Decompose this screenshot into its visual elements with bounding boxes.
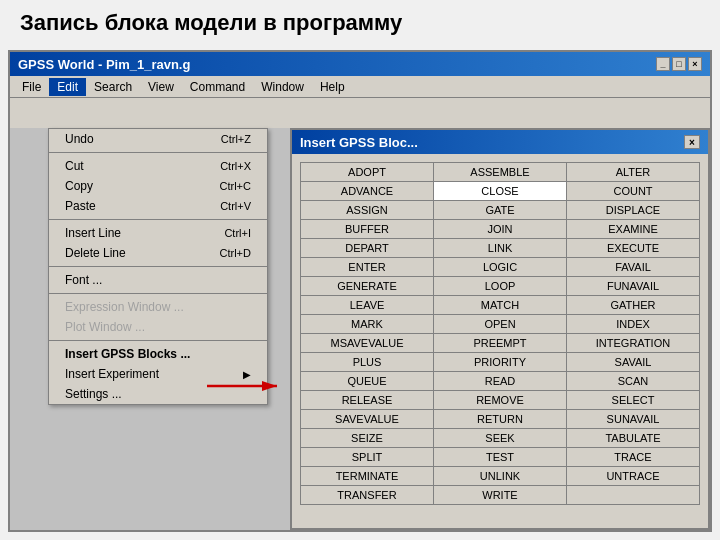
menu-item-copy[interactable]: Copy Ctrl+C bbox=[49, 176, 267, 196]
gpss-block-scan[interactable]: SCAN bbox=[567, 372, 699, 390]
gpss-block-release[interactable]: RELEASE bbox=[301, 391, 433, 409]
gpss-block-alter[interactable]: ALTER bbox=[567, 163, 699, 181]
gpss-block-leave[interactable]: LEAVE bbox=[301, 296, 433, 314]
gpss-block-seize[interactable]: SEIZE bbox=[301, 429, 433, 447]
main-window: GPSS World - Pim_1_ravn.g _ □ × File Edi… bbox=[8, 50, 712, 532]
gpss-block-favail[interactable]: FAVAIL bbox=[567, 258, 699, 276]
gpss-block-gather[interactable]: GATHER bbox=[567, 296, 699, 314]
gpss-block-preempt[interactable]: PREEMPT bbox=[434, 334, 566, 352]
gpss-block-loop[interactable]: LOOP bbox=[434, 277, 566, 295]
arrow-annotation bbox=[205, 376, 285, 396]
gpss-block-untrace[interactable]: UNTRACE bbox=[567, 467, 699, 485]
gpss-block-read[interactable]: READ bbox=[434, 372, 566, 390]
dialog-content: ADOPT ASSEMBLE ALTER ADVANCE CLOSE COUNT… bbox=[292, 154, 708, 513]
gpss-block-empty bbox=[567, 486, 699, 504]
menu-file[interactable]: File bbox=[14, 78, 49, 96]
gpss-block-adopt[interactable]: ADOPT bbox=[301, 163, 433, 181]
gpss-block-savevalue[interactable]: SAVEVALUE bbox=[301, 410, 433, 428]
gpss-block-assign[interactable]: ASSIGN bbox=[301, 201, 433, 219]
gpss-block-terminate[interactable]: TERMINATE bbox=[301, 467, 433, 485]
gpss-blocks-grid: ADOPT ASSEMBLE ALTER ADVANCE CLOSE COUNT… bbox=[300, 162, 700, 505]
separator-1 bbox=[49, 152, 267, 153]
menu-item-expression-window: Expression Window ... bbox=[49, 297, 267, 317]
menu-item-delete-line[interactable]: Delete Line Ctrl+D bbox=[49, 243, 267, 263]
gpss-block-remove[interactable]: REMOVE bbox=[434, 391, 566, 409]
menu-item-plot-window: Plot Window ... bbox=[49, 317, 267, 337]
gpss-block-trace[interactable]: TRACE bbox=[567, 448, 699, 466]
title-bar-controls: _ □ × bbox=[656, 57, 702, 71]
gpss-block-generate[interactable]: GENERATE bbox=[301, 277, 433, 295]
close-button[interactable]: × bbox=[688, 57, 702, 71]
menu-command[interactable]: Command bbox=[182, 78, 253, 96]
gpss-block-displace[interactable]: DISPLACE bbox=[567, 201, 699, 219]
gpss-block-priority[interactable]: PRIORITY bbox=[434, 353, 566, 371]
gpss-block-msavevalue[interactable]: MSAVEVALUE bbox=[301, 334, 433, 352]
separator-2 bbox=[49, 219, 267, 220]
gpss-block-index[interactable]: INDEX bbox=[567, 315, 699, 333]
gpss-block-savail[interactable]: SAVAIL bbox=[567, 353, 699, 371]
content-area: Undo Ctrl+Z Cut Ctrl+X Copy Ctrl+C Paste… bbox=[10, 128, 710, 530]
gpss-block-transfer[interactable]: TRANSFER bbox=[301, 486, 433, 504]
gpss-block-close[interactable]: CLOSE bbox=[434, 182, 566, 200]
menu-item-font[interactable]: Font ... bbox=[49, 270, 267, 290]
gpss-block-plus[interactable]: PLUS bbox=[301, 353, 433, 371]
separator-3 bbox=[49, 266, 267, 267]
separator-4 bbox=[49, 293, 267, 294]
gpss-block-write[interactable]: WRITE bbox=[434, 486, 566, 504]
menu-view[interactable]: View bbox=[140, 78, 182, 96]
gpss-block-integration[interactable]: INTEGRATION bbox=[567, 334, 699, 352]
gpss-block-seek[interactable]: SEEK bbox=[434, 429, 566, 447]
gpss-block-mark[interactable]: MARK bbox=[301, 315, 433, 333]
gpss-block-match[interactable]: MATCH bbox=[434, 296, 566, 314]
gpss-block-unlink[interactable]: UNLINK bbox=[434, 467, 566, 485]
gpss-block-examine[interactable]: EXAMINE bbox=[567, 220, 699, 238]
maximize-button[interactable]: □ bbox=[672, 57, 686, 71]
menu-search[interactable]: Search bbox=[86, 78, 140, 96]
gpss-block-count[interactable]: COUNT bbox=[567, 182, 699, 200]
gpss-block-execute[interactable]: EXECUTE bbox=[567, 239, 699, 257]
gpss-block-logic[interactable]: LOGIC bbox=[434, 258, 566, 276]
gpss-block-funavail[interactable]: FUNAVAIL bbox=[567, 277, 699, 295]
menu-edit[interactable]: Edit bbox=[49, 78, 86, 96]
dialog-title: Insert GPSS Bloc... bbox=[300, 135, 418, 150]
gpss-block-enter[interactable]: ENTER bbox=[301, 258, 433, 276]
window-title: GPSS World - Pim_1_ravn.g bbox=[18, 57, 190, 72]
dialog-close-button[interactable]: × bbox=[684, 135, 700, 149]
gpss-block-queue[interactable]: QUEUE bbox=[301, 372, 433, 390]
minimize-button[interactable]: _ bbox=[656, 57, 670, 71]
menu-item-paste[interactable]: Paste Ctrl+V bbox=[49, 196, 267, 216]
menu-item-insert-gpss-blocks[interactable]: Insert GPSS Blocks ... bbox=[49, 344, 267, 364]
separator-5 bbox=[49, 340, 267, 341]
page-title: Запись блока модели в программу bbox=[0, 0, 720, 42]
gpss-block-split[interactable]: SPLIT bbox=[301, 448, 433, 466]
dialog-title-bar: Insert GPSS Bloc... × bbox=[292, 130, 708, 154]
gpss-block-open[interactable]: OPEN bbox=[434, 315, 566, 333]
menu-item-undo[interactable]: Undo Ctrl+Z bbox=[49, 129, 267, 149]
gpss-block-assemble[interactable]: ASSEMBLE bbox=[434, 163, 566, 181]
gpss-block-link[interactable]: LINK bbox=[434, 239, 566, 257]
gpss-block-select[interactable]: SELECT bbox=[567, 391, 699, 409]
gpss-block-buffer[interactable]: BUFFER bbox=[301, 220, 433, 238]
title-bar: GPSS World - Pim_1_ravn.g _ □ × bbox=[10, 52, 710, 76]
gpss-block-advance[interactable]: ADVANCE bbox=[301, 182, 433, 200]
gpss-block-join[interactable]: JOIN bbox=[434, 220, 566, 238]
menu-item-insert-line[interactable]: Insert Line Ctrl+I bbox=[49, 223, 267, 243]
menu-bar: File Edit Search View Command Window Hel… bbox=[10, 76, 710, 98]
gpss-dialog: Insert GPSS Bloc... × ADOPT ASSEMBLE ALT… bbox=[290, 128, 710, 530]
gpss-block-depart[interactable]: DEPART bbox=[301, 239, 433, 257]
menu-item-cut[interactable]: Cut Ctrl+X bbox=[49, 156, 267, 176]
menu-help[interactable]: Help bbox=[312, 78, 353, 96]
gpss-block-return[interactable]: RETURN bbox=[434, 410, 566, 428]
gpss-block-sunavail[interactable]: SUNAVAIL bbox=[567, 410, 699, 428]
gpss-block-test[interactable]: TEST bbox=[434, 448, 566, 466]
gpss-block-tabulate[interactable]: TABULATE bbox=[567, 429, 699, 447]
gpss-block-gate[interactable]: GATE bbox=[434, 201, 566, 219]
menu-window[interactable]: Window bbox=[253, 78, 312, 96]
edit-dropdown-menu: Undo Ctrl+Z Cut Ctrl+X Copy Ctrl+C Paste… bbox=[48, 128, 268, 405]
